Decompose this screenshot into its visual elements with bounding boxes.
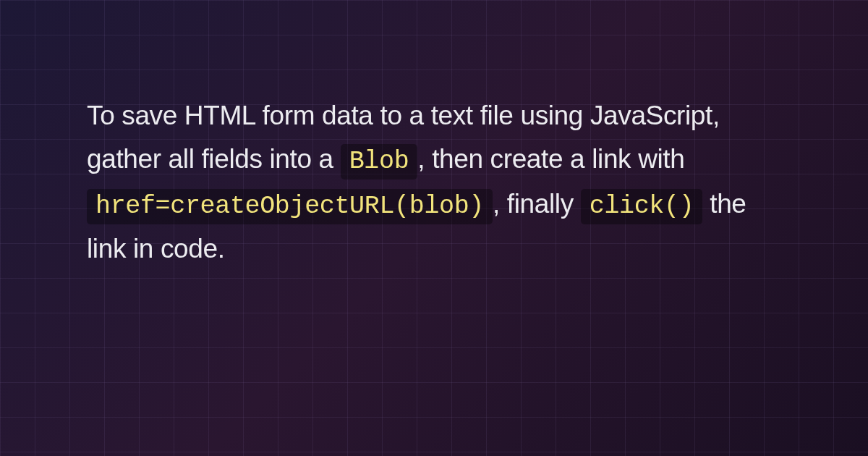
paragraph-text: , then create a link with <box>417 144 684 174</box>
inline-code: Blob <box>341 144 418 180</box>
paragraph-text: , finally <box>493 189 581 219</box>
inline-code: click() <box>581 189 703 224</box>
content-container: To save HTML form data to a text file us… <box>0 0 868 271</box>
inline-code: href=createObjectURL(blob) <box>87 189 493 224</box>
summary-paragraph: To save HTML form data to a text file us… <box>87 94 781 271</box>
